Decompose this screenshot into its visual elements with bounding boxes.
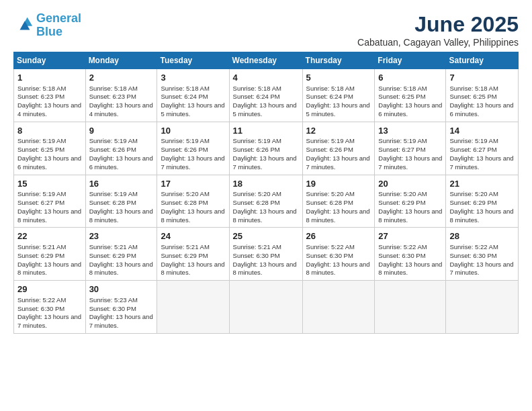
day-number: 10 xyxy=(161,125,225,137)
day-detail: Sunrise: 5:18 AMSunset: 6:23 PMDaylight:… xyxy=(17,85,82,119)
day-detail: Sunrise: 5:22 AMSunset: 6:30 PMDaylight:… xyxy=(17,296,82,330)
logo-icon xyxy=(15,15,34,34)
day-detail: Sunrise: 5:18 AMSunset: 6:23 PMDaylight:… xyxy=(89,85,154,119)
day-number: 25 xyxy=(233,230,299,242)
day-detail: Sunrise: 5:18 AMSunset: 6:25 PMDaylight:… xyxy=(449,85,515,119)
day-number: 1 xyxy=(17,72,82,84)
day-detail: Sunrise: 5:21 AMSunset: 6:29 PMDaylight:… xyxy=(17,243,82,277)
day-detail: Sunrise: 5:18 AMSunset: 6:24 PMDaylight:… xyxy=(233,85,299,119)
table-row: 14Sunrise: 5:19 AMSunset: 6:27 PMDayligh… xyxy=(446,122,519,175)
table-row: 29Sunrise: 5:22 AMSunset: 6:30 PMDayligh… xyxy=(14,281,86,334)
day-number: 2 xyxy=(89,72,154,84)
day-number: 15 xyxy=(17,178,82,190)
table-row: 8Sunrise: 5:19 AMSunset: 6:25 PMDaylight… xyxy=(14,122,86,175)
table-row xyxy=(446,281,519,334)
header: General Blue June 2025 Cabatuan, Cagayan… xyxy=(13,12,519,48)
day-number: 24 xyxy=(161,230,225,242)
day-number: 29 xyxy=(17,283,82,295)
day-detail: Sunrise: 5:19 AMSunset: 6:26 PMDaylight:… xyxy=(233,137,299,171)
day-detail: Sunrise: 5:20 AMSunset: 6:29 PMDaylight:… xyxy=(378,190,442,224)
day-number: 7 xyxy=(449,72,515,84)
col-friday: Friday xyxy=(375,52,446,69)
table-row: 4Sunrise: 5:18 AMSunset: 6:24 PMDaylight… xyxy=(229,69,302,122)
calendar-week-row: 22Sunrise: 5:21 AMSunset: 6:29 PMDayligh… xyxy=(14,228,519,281)
day-number: 27 xyxy=(378,230,442,242)
table-row: 16Sunrise: 5:19 AMSunset: 6:28 PMDayligh… xyxy=(85,175,157,228)
table-row: 20Sunrise: 5:20 AMSunset: 6:29 PMDayligh… xyxy=(375,175,446,228)
table-row: 6Sunrise: 5:18 AMSunset: 6:25 PMDaylight… xyxy=(375,69,446,122)
table-row: 13Sunrise: 5:19 AMSunset: 6:27 PMDayligh… xyxy=(375,122,446,175)
day-detail: Sunrise: 5:19 AMSunset: 6:26 PMDaylight:… xyxy=(89,137,154,171)
table-row: 23Sunrise: 5:21 AMSunset: 6:29 PMDayligh… xyxy=(85,228,157,281)
table-row: 25Sunrise: 5:21 AMSunset: 6:30 PMDayligh… xyxy=(229,228,302,281)
day-number: 22 xyxy=(17,230,82,242)
table-row: 24Sunrise: 5:21 AMSunset: 6:29 PMDayligh… xyxy=(157,228,229,281)
day-number: 11 xyxy=(233,125,299,137)
day-detail: Sunrise: 5:21 AMSunset: 6:29 PMDaylight:… xyxy=(161,243,225,277)
day-detail: Sunrise: 5:19 AMSunset: 6:26 PMDaylight:… xyxy=(161,137,225,171)
logo: General Blue xyxy=(13,12,81,39)
day-number: 3 xyxy=(161,72,225,84)
calendar-week-row: 29Sunrise: 5:22 AMSunset: 6:30 PMDayligh… xyxy=(14,281,519,334)
table-row: 21Sunrise: 5:20 AMSunset: 6:29 PMDayligh… xyxy=(446,175,519,228)
day-number: 5 xyxy=(306,72,371,84)
day-number: 30 xyxy=(89,283,154,295)
table-row: 15Sunrise: 5:19 AMSunset: 6:27 PMDayligh… xyxy=(14,175,86,228)
day-number: 12 xyxy=(306,125,371,137)
day-detail: Sunrise: 5:21 AMSunset: 6:29 PMDaylight:… xyxy=(89,243,154,277)
table-row: 3Sunrise: 5:18 AMSunset: 6:24 PMDaylight… xyxy=(157,69,229,122)
day-detail: Sunrise: 5:22 AMSunset: 6:30 PMDaylight:… xyxy=(306,243,371,277)
col-sunday: Sunday xyxy=(14,52,86,69)
day-number: 19 xyxy=(306,178,371,190)
table-row: 11Sunrise: 5:19 AMSunset: 6:26 PMDayligh… xyxy=(229,122,302,175)
table-row: 10Sunrise: 5:19 AMSunset: 6:26 PMDayligh… xyxy=(157,122,229,175)
day-number: 21 xyxy=(449,178,515,190)
table-row: 1Sunrise: 5:18 AMSunset: 6:23 PMDaylight… xyxy=(14,69,86,122)
title-area: June 2025 Cabatuan, Cagayan Valley, Phil… xyxy=(357,12,519,48)
table-row: 18Sunrise: 5:20 AMSunset: 6:28 PMDayligh… xyxy=(229,175,302,228)
table-row xyxy=(375,281,446,334)
day-detail: Sunrise: 5:23 AMSunset: 6:30 PMDaylight:… xyxy=(89,296,154,330)
logo-text-line1: General xyxy=(36,12,81,26)
day-number: 17 xyxy=(161,178,225,190)
table-row: 9Sunrise: 5:19 AMSunset: 6:26 PMDaylight… xyxy=(85,122,157,175)
table-row xyxy=(157,281,229,334)
day-detail: Sunrise: 5:19 AMSunset: 6:27 PMDaylight:… xyxy=(378,137,442,171)
day-detail: Sunrise: 5:20 AMSunset: 6:28 PMDaylight:… xyxy=(233,190,299,224)
table-row: 12Sunrise: 5:19 AMSunset: 6:26 PMDayligh… xyxy=(302,122,375,175)
day-number: 16 xyxy=(89,178,154,190)
table-row: 28Sunrise: 5:22 AMSunset: 6:30 PMDayligh… xyxy=(446,228,519,281)
calendar-week-row: 8Sunrise: 5:19 AMSunset: 6:25 PMDaylight… xyxy=(14,122,519,175)
table-row: 22Sunrise: 5:21 AMSunset: 6:29 PMDayligh… xyxy=(14,228,86,281)
day-number: 4 xyxy=(233,72,299,84)
day-number: 28 xyxy=(449,230,515,242)
day-number: 18 xyxy=(233,178,299,190)
day-number: 26 xyxy=(306,230,371,242)
table-row: 30Sunrise: 5:23 AMSunset: 6:30 PMDayligh… xyxy=(85,281,157,334)
day-detail: Sunrise: 5:20 AMSunset: 6:29 PMDaylight:… xyxy=(449,190,515,224)
calendar: Sunday Monday Tuesday Wednesday Thursday… xyxy=(13,52,519,334)
table-row xyxy=(229,281,302,334)
col-thursday: Thursday xyxy=(302,52,375,69)
day-detail: Sunrise: 5:18 AMSunset: 6:24 PMDaylight:… xyxy=(306,85,371,119)
day-detail: Sunrise: 5:22 AMSunset: 6:30 PMDaylight:… xyxy=(378,243,442,277)
day-number: 13 xyxy=(378,125,442,137)
page: General Blue June 2025 Cabatuan, Cagayan… xyxy=(0,0,532,411)
calendar-header-row: Sunday Monday Tuesday Wednesday Thursday… xyxy=(14,52,519,69)
calendar-week-row: 1Sunrise: 5:18 AMSunset: 6:23 PMDaylight… xyxy=(14,69,519,122)
day-detail: Sunrise: 5:22 AMSunset: 6:30 PMDaylight:… xyxy=(449,243,515,277)
day-number: 6 xyxy=(378,72,442,84)
col-wednesday: Wednesday xyxy=(229,52,302,69)
day-detail: Sunrise: 5:19 AMSunset: 6:27 PMDaylight:… xyxy=(449,137,515,171)
day-number: 14 xyxy=(449,125,515,137)
day-detail: Sunrise: 5:19 AMSunset: 6:27 PMDaylight:… xyxy=(17,190,82,224)
day-detail: Sunrise: 5:19 AMSunset: 6:25 PMDaylight:… xyxy=(17,137,82,171)
table-row: 17Sunrise: 5:20 AMSunset: 6:28 PMDayligh… xyxy=(157,175,229,228)
day-number: 20 xyxy=(378,178,442,190)
logo-text-line2: Blue xyxy=(36,26,81,39)
col-monday: Monday xyxy=(85,52,157,69)
day-number: 8 xyxy=(17,125,82,137)
table-row: 7Sunrise: 5:18 AMSunset: 6:25 PMDaylight… xyxy=(446,69,519,122)
table-row: 5Sunrise: 5:18 AMSunset: 6:24 PMDaylight… xyxy=(302,69,375,122)
location-title: Cabatuan, Cagayan Valley, Philippines xyxy=(357,37,519,48)
